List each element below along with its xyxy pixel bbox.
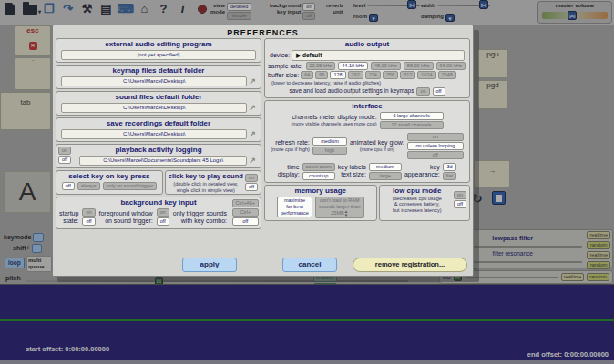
- keyboard-icon[interactable]: ⌨: [118, 2, 133, 16]
- logging-folder-path[interactable]: C:\Users\Marcel\Documents\Soundplant 45 …: [79, 156, 247, 166]
- glow-on-unless-looping-button[interactable]: on unless looping: [407, 142, 464, 150]
- sample-rate-22-button[interactable]: 22.05 kHz: [306, 62, 336, 70]
- waveform-display[interactable]: start offset: 0:00:00.00000 end offset: …: [0, 284, 614, 360]
- key-flat-button[interactable]: flat: [443, 172, 456, 180]
- keymap-settings-off-button[interactable]: off: [433, 87, 445, 96]
- buffer-2048-button[interactable]: 2048: [438, 71, 456, 79]
- click-key-off-button[interactable]: off: [245, 183, 258, 191]
- key-pgd[interactable]: pgd: [477, 80, 508, 109]
- labels-medium-button[interactable]: medium: [369, 163, 402, 171]
- click-key-on-button[interactable]: on: [245, 174, 258, 182]
- buffer-128-button[interactable]: 128: [330, 71, 345, 79]
- select-key-always-button[interactable]: always: [77, 182, 100, 190]
- select-key-off-button[interactable]: off: [62, 182, 75, 190]
- memory-limit-stepper[interactable]: ▲▼: [344, 210, 348, 217]
- shift-value[interactable]: [32, 244, 42, 253]
- window-icon[interactable]: ❐: [41, 2, 56, 16]
- lowpass-realtime-badge[interactable]: realtime: [587, 231, 610, 239]
- sample-rate-88-button[interactable]: 88.20 kHz: [404, 62, 434, 70]
- sound-folder-path[interactable]: C:\Users\Marcel\Desktop\: [61, 103, 247, 113]
- combo-off-button[interactable]: off: [232, 217, 259, 226]
- key-backtick[interactable]: `: [15, 57, 51, 90]
- key-a[interactable]: A: [4, 171, 51, 213]
- low-cpu-on-button[interactable]: on: [454, 191, 466, 199]
- key-tab[interactable]: tab: [0, 92, 51, 130]
- buffer-192-button[interactable]: 192: [348, 71, 363, 79]
- buffer-224-button[interactable]: 224: [365, 71, 381, 79]
- help-icon[interactable]: ?: [156, 2, 171, 16]
- time-count-up-button[interactable]: count up: [302, 172, 335, 180]
- foreground-off-button[interactable]: off: [157, 217, 169, 226]
- sample-rate-44-button[interactable]: 44.10 kHz: [338, 62, 368, 70]
- undo-arrow-icon[interactable]: ↷: [60, 2, 76, 16]
- glow-off-button[interactable]: off: [407, 151, 464, 159]
- lowpass-random-badge[interactable]: random: [587, 241, 610, 249]
- memory-limit-button[interactable]: don't load to RAMsounds larger than25MB▲…: [315, 197, 364, 218]
- reverb-damping-selector[interactable]: ▾: [445, 14, 455, 22]
- sample-rate-48-button[interactable]: 48.00 kHz: [371, 62, 401, 70]
- browse-folder-icon[interactable]: ↗: [249, 104, 256, 112]
- external-editor-value[interactable]: [not yet specified]: [61, 50, 256, 60]
- key-pgu[interactable]: pgu: [477, 49, 508, 78]
- browse-folder-icon[interactable]: ↗: [249, 77, 256, 86]
- combo-ctrl-button[interactable]: Ctrl+: [232, 208, 259, 217]
- glow-on-button[interactable]: on: [407, 133, 464, 141]
- record-icon[interactable]: [194, 2, 210, 16]
- channels-12-small-button[interactable]: 12 small channels: [380, 121, 444, 129]
- foreground-on-button[interactable]: on: [157, 208, 169, 217]
- key-esc[interactable]: esc ✕: [15, 25, 51, 56]
- apply-button[interactable]: apply: [182, 258, 237, 272]
- combo-ctrl-alt-button[interactable]: Ctrl+Alt+: [232, 199, 259, 207]
- cancel-button[interactable]: cancel: [282, 258, 337, 272]
- bg-key-input-off-button[interactable]: off: [302, 12, 315, 20]
- logging-off-button[interactable]: off: [58, 156, 71, 164]
- refresh-medium-button[interactable]: medium: [312, 137, 347, 146]
- resonance-random-badge[interactable]: random: [587, 261, 610, 269]
- browse-folder-icon[interactable]: ↗: [249, 157, 256, 165]
- key-3d-button[interactable]: 3d: [443, 163, 456, 171]
- loop-button[interactable]: loop: [5, 258, 25, 268]
- device-selector[interactable]: ▶ default: [292, 50, 465, 61]
- memory-maximize-button[interactable]: maximizefor bestperformance: [277, 197, 312, 217]
- bg-key-input-on-button[interactable]: on: [302, 3, 315, 11]
- channels-6-large-button[interactable]: 6 large channels: [380, 112, 444, 120]
- startup-on-button[interactable]: on: [82, 208, 95, 217]
- refresh-high-button[interactable]: high: [312, 147, 347, 155]
- buffer-64-button[interactable]: 64: [301, 71, 313, 79]
- reverb-room-selector[interactable]: ▾: [369, 14, 378, 22]
- view-detailed-button[interactable]: detailed: [227, 3, 251, 11]
- browse-folder-icon[interactable]: ↗: [249, 130, 256, 138]
- sample-rate-96-button[interactable]: 96.00 kHz: [436, 62, 466, 70]
- keymode-value[interactable]: [33, 233, 43, 242]
- buffer-96-button[interactable]: 96: [315, 71, 328, 79]
- home-icon[interactable]: ⌂: [137, 2, 152, 16]
- lfo-realtime-badge[interactable]: realtime: [561, 273, 585, 281]
- notes-icon[interactable]: ▤: [98, 2, 114, 16]
- buffer-1024-button[interactable]: 1024: [417, 71, 435, 79]
- remove-registration-button[interactable]: remove registration...: [353, 258, 467, 272]
- save-disk-icon[interactable]: [492, 191, 506, 205]
- keymap-settings-on-button[interactable]: on: [416, 87, 429, 96]
- info-icon[interactable]: i: [175, 2, 190, 16]
- lfo-random-badge[interactable]: random: [587, 273, 609, 281]
- low-cpu-off-button[interactable]: off: [454, 200, 466, 208]
- recordings-folder-path[interactable]: C:\Users\Marcel\Desktop\: [61, 129, 247, 139]
- reverb-width-slider[interactable]: ⋈: [479, 0, 488, 9]
- master-volume-slider[interactable]: ⋈: [568, 11, 577, 20]
- key-right-arrow[interactable]: →: [474, 160, 510, 187]
- keymap-folder-path[interactable]: C:\Users\Marcel\Desktop\: [61, 76, 247, 86]
- tools-icon[interactable]: ⚒: [79, 2, 95, 16]
- select-key-sound-trigger-button[interactable]: only on sound trigger: [103, 182, 157, 190]
- reverb-level-slider[interactable]: ⋈: [407, 0, 416, 9]
- resonance-realtime-badge[interactable]: realtime: [587, 251, 610, 259]
- labels-large-button[interactable]: large: [369, 172, 402, 180]
- open-folder-icon[interactable]: ▾: [22, 2, 37, 16]
- buffer-512-button[interactable]: 512: [400, 71, 415, 79]
- multi-queue-button[interactable]: multi queue: [26, 256, 52, 272]
- buffer-256-button[interactable]: 256: [383, 71, 398, 79]
- startup-off-button[interactable]: off: [82, 217, 95, 226]
- new-file-icon[interactable]: [3, 2, 18, 16]
- time-count-down-button[interactable]: count down: [302, 163, 335, 171]
- logging-on-button[interactable]: on: [58, 147, 71, 155]
- view-simple-button[interactable]: simple: [227, 12, 251, 20]
